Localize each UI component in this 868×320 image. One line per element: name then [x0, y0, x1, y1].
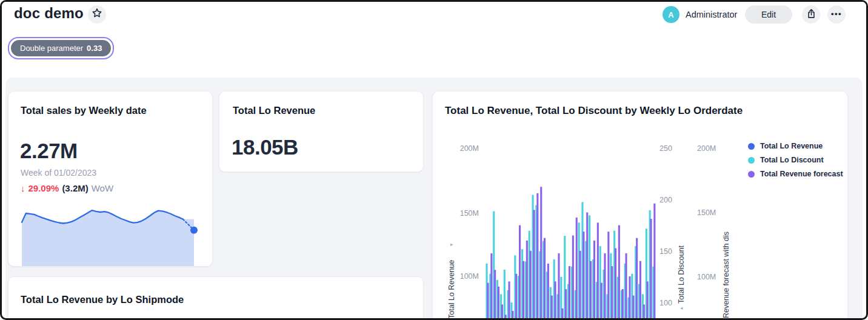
dashboard-window: doc demo A Administrator Edit ••• Double…: [0, 0, 868, 320]
share-button[interactable]: [802, 5, 820, 24]
legend-item-forecast[interactable]: Total Revenue forecast: [748, 170, 843, 178]
discount-axis-tick: 200: [659, 196, 672, 204]
kpi-value: 2.27M: [20, 139, 78, 163]
left-axis-tick: 200M: [457, 144, 479, 153]
card-title: Total Lo Revenue, Total Lo Discount by W…: [445, 105, 743, 117]
ellipsis-icon: •••: [831, 9, 842, 18]
card-title: Total Lo Revenue: [233, 105, 315, 116]
parameter-label: Double parameter: [20, 44, 83, 53]
forecast-axis-tick: 100M: [697, 273, 716, 281]
kpi-subtitle: Week of 01/02/2023: [21, 168, 96, 178]
axis-expand-right-icon[interactable]: ▸: [450, 241, 453, 247]
star-icon: [91, 7, 103, 22]
card-total-lo-revenue: Total Lo Revenue 18.05B: [219, 91, 424, 172]
left-axis-tick: 100M: [457, 272, 479, 281]
discount-axis-tick: 150: [659, 247, 672, 256]
arrow-down-icon: ↓: [21, 183, 25, 193]
legend-dot-icon: [748, 171, 755, 178]
left-axis-tick: 150M: [457, 209, 479, 218]
card-total-sales: Total sales by Weekly date 2.27M Week of…: [8, 91, 213, 267]
discount-axis-label: Total Lo Discount: [677, 242, 686, 304]
left-axis-label: Total Lo Revenue: [447, 249, 456, 319]
legend-dot-icon: [748, 157, 755, 164]
forecast-axis-label: Total Revenue forecast with dis: [722, 209, 730, 320]
card-title: Total Lo Revenue by Lo Shipmode: [21, 294, 184, 305]
edit-button[interactable]: Edit: [745, 5, 792, 24]
parameter-value: 0.33: [87, 44, 102, 53]
forecast-axis-tick: 150M: [697, 208, 716, 217]
card-revenue-by-shipmode: Total Lo Revenue by Lo Shipmode: [8, 276, 424, 320]
page-title: doc demo: [14, 5, 84, 22]
card-title: Total sales by Weekly date: [21, 105, 147, 116]
legend-item-discount[interactable]: Total Lo Discount: [748, 156, 843, 164]
sales-sparkline-chart[interactable]: [19, 207, 199, 267]
favorite-button[interactable]: [88, 5, 106, 24]
delta-absolute: (3.2M): [62, 183, 88, 193]
discount-axis-tick: 250: [659, 144, 672, 153]
axis-expand-left-icon[interactable]: ◂: [680, 305, 683, 311]
forecast-axis-tick: 200M: [697, 144, 716, 153]
header-bar: doc demo A Administrator Edit ••• Double…: [2, 2, 866, 78]
delta-percent: 29.09%: [28, 183, 59, 193]
legend-item-revenue[interactable]: Total Lo Revenue: [748, 142, 843, 150]
chart-legend: Total Lo Revenue Total Lo Discount Total…: [748, 142, 843, 178]
double-parameter-control[interactable]: Double parameter 0.33: [8, 37, 114, 59]
kpi-delta: ↓ 29.09% (3.2M) WoW: [21, 183, 113, 193]
card-revenue-discount-chart: Total Lo Revenue, Total Lo Discount by W…: [432, 91, 848, 320]
more-button[interactable]: •••: [827, 5, 846, 24]
delta-suffix: WoW: [92, 183, 113, 193]
user-name: Administrator: [686, 10, 737, 19]
avatar[interactable]: A: [663, 6, 679, 23]
share-icon: [806, 8, 816, 21]
combo-bar-chart[interactable]: [484, 139, 657, 320]
legend-dot-icon: [748, 143, 755, 150]
discount-axis-tick: 100: [659, 299, 672, 307]
kpi-value: 18.05B: [232, 135, 298, 159]
